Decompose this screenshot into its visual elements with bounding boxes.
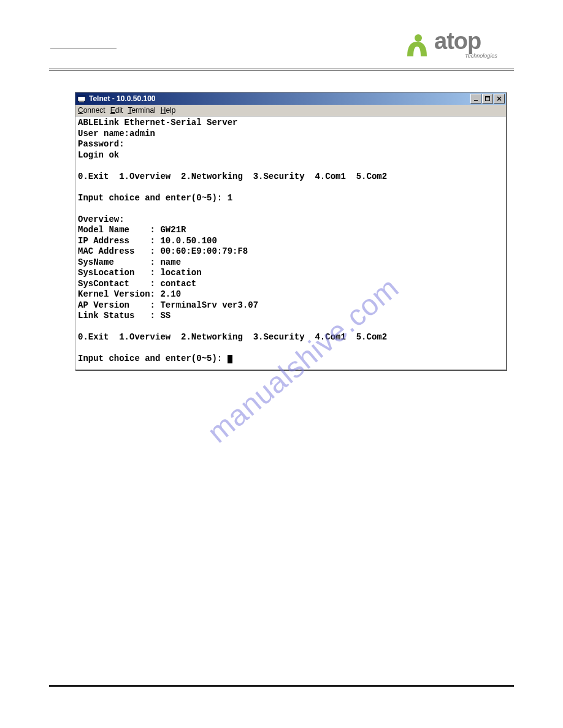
svg-rect-4	[474, 100, 478, 101]
svg-rect-2	[78, 96, 85, 97]
menu-help[interactable]: Help	[161, 106, 176, 115]
window-controls	[470, 94, 505, 104]
top-horizontal-rule	[49, 69, 514, 70]
menubar: Connect Edit Terminal Help	[75, 105, 506, 116]
brand-name: atop	[434, 28, 481, 55]
svg-point-0	[415, 34, 422, 42]
header-underline	[50, 48, 117, 48]
menu-connect[interactable]: Connect	[78, 106, 105, 115]
brand-subtext: Technologies	[465, 53, 497, 59]
telnet-window: Telnet - 10.0.50.100 Connect Edit Termin…	[75, 92, 507, 370]
svg-rect-6	[486, 97, 490, 98]
minimize-button[interactable]	[470, 94, 481, 104]
menu-edit[interactable]: Edit	[110, 106, 123, 115]
bottom-horizontal-rule	[49, 685, 514, 687]
close-button[interactable]	[494, 94, 505, 104]
terminal-output[interactable]: ABLELink Ethernet-Serial Server User nam…	[75, 116, 506, 370]
titlebar[interactable]: Telnet - 10.0.50.100	[75, 93, 506, 105]
svg-rect-3	[79, 101, 84, 102]
terminal-prompt: Input choice and enter(0~5):	[78, 354, 228, 363]
cursor-icon	[228, 355, 232, 363]
atop-logo-icon	[404, 33, 432, 60]
brand-logo: atop Technologies	[404, 32, 514, 63]
terminal-text: ABLELink Ethernet-Serial Server User nam…	[78, 118, 387, 342]
window-title: Telnet - 10.0.50.100	[89, 94, 470, 103]
app-icon	[77, 94, 86, 104]
menu-terminal[interactable]: Terminal	[128, 106, 155, 115]
maximize-button[interactable]	[482, 94, 493, 104]
